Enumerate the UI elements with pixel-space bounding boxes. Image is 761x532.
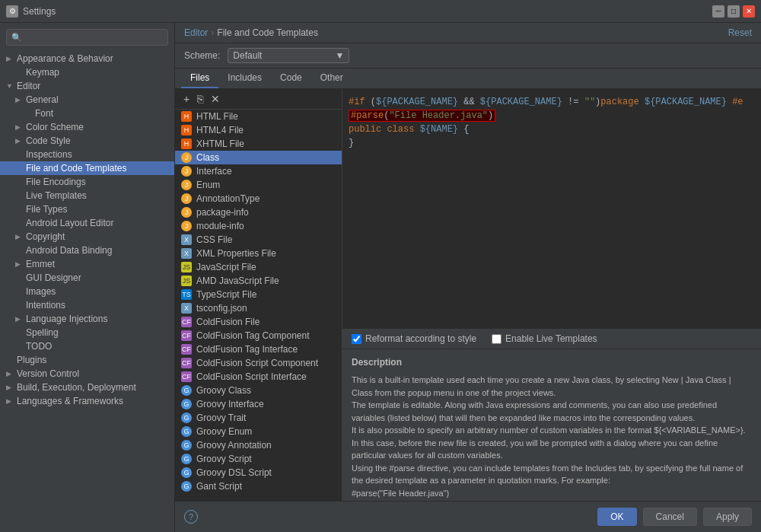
ok-button[interactable]: OK: [597, 508, 636, 526]
sidebar-item-label: File Encodings: [26, 177, 86, 187]
live-templates-checkbox[interactable]: [492, 334, 501, 344]
java-file-icon: J: [181, 180, 192, 190]
file-item[interactable]: CFColdFusion Tag Interface: [175, 342, 342, 356]
file-item[interactable]: GGant Script: [175, 479, 342, 493]
file-item[interactable]: XCSS File: [175, 233, 342, 247]
java-file-icon: J: [181, 193, 192, 204]
live-templates-label: Enable Live Templates: [505, 333, 597, 344]
sidebar-item-live-templates[interactable]: Live Templates: [0, 189, 174, 202]
delete-template-button[interactable]: ✕: [209, 92, 222, 106]
help-icon[interactable]: ?: [184, 510, 198, 524]
sidebar-item-languages-frameworks[interactable]: ▶Languages & Frameworks: [0, 394, 174, 408]
sidebar-item-gui-designer[interactable]: GUI Designer: [0, 271, 174, 285]
sidebar-item-label: Spelling: [26, 327, 59, 338]
file-item[interactable]: CFColdFusion File: [175, 315, 342, 329]
file-item[interactable]: JSAMD JavaScript File: [175, 274, 342, 288]
reset-link[interactable]: Reset: [728, 27, 752, 38]
sidebar-item-font[interactable]: Font: [0, 107, 174, 120]
file-item[interactable]: CFColdFusion Tag Component: [175, 329, 342, 342]
sidebar-item-copyright[interactable]: ▶Copyright: [0, 230, 174, 244]
live-templates-checkbox-label[interactable]: Enable Live Templates: [492, 333, 597, 344]
file-item[interactable]: HXHTML File: [175, 137, 342, 151]
sidebar-item-general[interactable]: ▶General: [0, 93, 174, 107]
xml-file-icon: X: [181, 248, 192, 259]
file-item[interactable]: JClass: [175, 151, 342, 164]
sidebar-item-color-scheme[interactable]: ▶Color Scheme: [0, 120, 174, 134]
maximize-button[interactable]: □: [728, 5, 740, 18]
groovy-file-icon: G: [181, 467, 192, 478]
title-bar: ⚙ Settings ─ □ ✕: [0, 0, 761, 23]
reformat-checkbox-label[interactable]: Reformat according to style: [352, 333, 476, 344]
sidebar-item-emmet[interactable]: ▶Emmet: [0, 257, 174, 271]
file-item[interactable]: Jpackage-info: [175, 205, 342, 219]
sidebar-item-android-data-binding[interactable]: Android Data Binding: [0, 244, 174, 257]
file-item[interactable]: Jmodule-info: [175, 219, 342, 233]
sidebar-item-version-control[interactable]: ▶Version Control: [0, 367, 174, 381]
code-editor[interactable]: #if (${PACKAGE_NAME} && ${PACKAGE_NAME} …: [342, 89, 761, 328]
minimize-button[interactable]: ─: [712, 5, 724, 18]
apply-button[interactable]: Apply: [703, 508, 752, 526]
tree-arrow-icon: ▶: [6, 384, 15, 391]
tab-other[interactable]: Other: [311, 68, 352, 88]
file-item[interactable]: HHTML4 File: [175, 123, 342, 137]
copy-template-button[interactable]: ⎘: [195, 92, 205, 106]
sidebar-item-spelling[interactable]: Spelling: [0, 326, 174, 339]
sidebar-item-android-layout-editor[interactable]: Android Layout Editor: [0, 216, 174, 230]
file-item-name: Class: [196, 152, 219, 163]
sidebar-item-label: Version Control: [17, 368, 79, 379]
sidebar-item-intentions[interactable]: Intentions: [0, 298, 174, 312]
file-item[interactable]: GGroovy Annotation: [175, 438, 342, 452]
sidebar-item-plugins[interactable]: Plugins: [0, 353, 174, 367]
sidebar-item-file-and-code-templates[interactable]: File and Code Templates: [0, 161, 174, 175]
tab-includes[interactable]: Includes: [218, 68, 271, 88]
scheme-select[interactable]: Default ▼: [228, 48, 349, 63]
file-list-toolbar: + ⎘ ✕: [175, 89, 342, 110]
file-item[interactable]: GGroovy DSL Script: [175, 466, 342, 479]
sidebar-item-file-types[interactable]: File Types: [0, 202, 174, 216]
tree-arrow-icon: ▶: [6, 55, 15, 62]
file-item[interactable]: JEnum: [175, 178, 342, 192]
sidebar-item-images[interactable]: Images: [0, 285, 174, 298]
code-panel: #if (${PACKAGE_NAME} && ${PACKAGE_NAME} …: [342, 89, 761, 501]
sidebar-item-appearance-behavior[interactable]: ▶Appearance & Behavior: [0, 52, 174, 65]
sidebar-item-code-style[interactable]: ▶Code Style: [0, 134, 174, 148]
java-file-icon: J: [181, 152, 192, 163]
tree-arrow-icon: ▶: [15, 96, 24, 104]
sidebar-item-label: Intentions: [26, 300, 65, 311]
file-item[interactable]: JAnnotationType: [175, 192, 342, 205]
sidebar-item-editor[interactable]: ▼Editor: [0, 79, 174, 93]
sidebar-item-todo[interactable]: TODO: [0, 339, 174, 353]
sidebar-item-keymap[interactable]: Keymap: [0, 65, 174, 79]
search-input[interactable]: [25, 32, 163, 43]
tab-files[interactable]: Files: [181, 68, 218, 88]
file-item[interactable]: GGroovy Class: [175, 384, 342, 397]
sidebar-item-file-encodings[interactable]: File Encodings: [0, 175, 174, 189]
close-button[interactable]: ✕: [743, 5, 755, 18]
add-template-button[interactable]: +: [181, 92, 192, 106]
file-item[interactable]: XXML Properties File: [175, 247, 342, 260]
file-item-name: AMD JavaScript File: [196, 276, 279, 286]
file-item[interactable]: TSTypeScript File: [175, 288, 342, 301]
file-item[interactable]: JSJavaScript File: [175, 260, 342, 274]
file-item[interactable]: Xtsconfig.json: [175, 301, 342, 315]
html-file-icon: H: [181, 125, 192, 135]
reformat-checkbox[interactable]: [352, 334, 361, 344]
sidebar-item-language-injections[interactable]: ▶Language Injections: [0, 312, 174, 326]
sidebar-item-build-execution-deployment[interactable]: ▶Build, Execution, Deployment: [0, 381, 174, 394]
file-item[interactable]: GGroovy Trait: [175, 411, 342, 425]
sidebar-item-inspections[interactable]: Inspections: [0, 148, 174, 161]
file-item[interactable]: GGroovy Script: [175, 452, 342, 466]
file-item[interactable]: CFColdFusion Script Component: [175, 356, 342, 370]
tab-code[interactable]: Code: [271, 68, 311, 88]
search-box[interactable]: 🔍: [6, 29, 168, 46]
tree-arrow-icon: ▶: [15, 315, 24, 323]
file-item[interactable]: CFColdFusion Script Interface: [175, 370, 342, 384]
breadcrumb-editor[interactable]: Editor: [184, 27, 208, 38]
file-item[interactable]: GGroovy Enum: [175, 425, 342, 438]
file-item[interactable]: GGroovy Interface: [175, 397, 342, 411]
file-item[interactable]: HHTML File: [175, 110, 342, 123]
sidebar-item-label: Emmet: [26, 259, 55, 269]
sidebar-item-label: Live Templates: [26, 190, 87, 201]
file-item[interactable]: JInterface: [175, 164, 342, 178]
cancel-button[interactable]: Cancel: [643, 508, 697, 526]
